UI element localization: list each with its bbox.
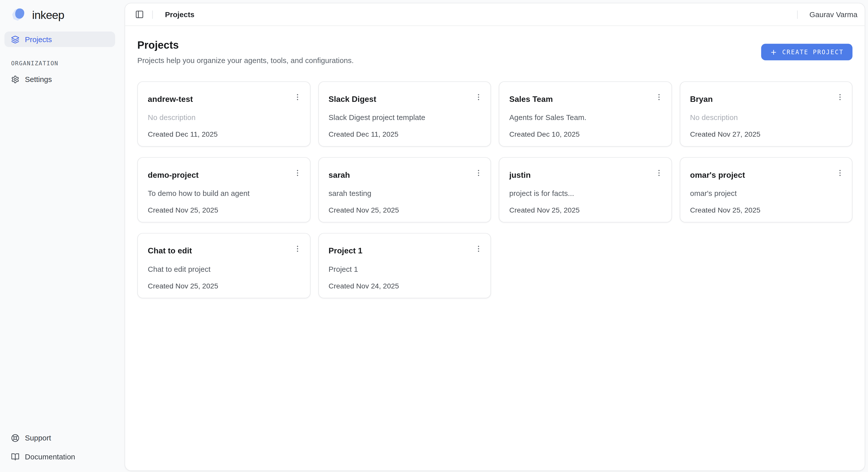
project-card-description: Slack Digest project template bbox=[329, 114, 468, 122]
project-card-menu-button[interactable] bbox=[832, 165, 847, 180]
projects-grid: andrew-test No description Created Dec 1… bbox=[137, 82, 852, 298]
brand-logo: inkeep bbox=[4, 8, 115, 22]
project-card-description: Agents for Sales Team. bbox=[509, 114, 649, 122]
project-card-created: Created Nov 25, 2025 bbox=[148, 207, 287, 214]
kebab-menu-icon bbox=[293, 93, 302, 101]
kebab-menu-icon bbox=[655, 168, 663, 177]
kebab-menu-icon bbox=[836, 168, 844, 177]
kebab-menu-icon bbox=[293, 168, 302, 177]
sidebar-item-projects[interactable]: Projects bbox=[4, 32, 115, 47]
sidebar-footer: Support Documentation bbox=[4, 430, 115, 467]
project-card[interactable]: Bryan No description Created Nov 27, 202… bbox=[679, 82, 852, 147]
project-card[interactable]: Project 1 Project 1 Created Nov 24, 2025 bbox=[318, 233, 491, 298]
kebab-menu-icon bbox=[474, 168, 483, 177]
project-card-description: project is for facts... bbox=[509, 189, 649, 198]
page-header: Projects Projects help you organize your… bbox=[137, 39, 852, 65]
page-content: Projects Projects help you organize your… bbox=[125, 26, 865, 471]
project-card-title: Chat to edit bbox=[148, 246, 287, 256]
project-card-description: No description bbox=[148, 114, 287, 122]
layers-icon bbox=[11, 35, 20, 43]
sidebar-item-label: Support bbox=[25, 434, 51, 442]
kebab-menu-icon bbox=[293, 244, 302, 253]
sidebar: inkeep Projects ORGANIZATION bbox=[0, 0, 123, 472]
project-card[interactable]: Chat to edit Chat to edit project Create… bbox=[137, 233, 310, 298]
sidebar-toggle-button[interactable] bbox=[132, 7, 147, 22]
sidebar-item-documentation[interactable]: Documentation bbox=[4, 449, 115, 464]
sidebar-item-label: Documentation bbox=[25, 452, 75, 461]
project-card-menu-button[interactable] bbox=[290, 90, 305, 104]
project-card-created: Created Nov 25, 2025 bbox=[329, 207, 468, 214]
create-project-label: CREATE PROJECT bbox=[782, 49, 843, 56]
project-card[interactable]: Sales Team Agents for Sales Team. Create… bbox=[499, 82, 672, 147]
project-card-title: Slack Digest bbox=[329, 94, 468, 104]
project-card-created: Created Nov 24, 2025 bbox=[329, 282, 468, 290]
project-card-description: Chat to edit project bbox=[148, 265, 287, 274]
project-card-description: No description bbox=[690, 114, 830, 122]
project-card-description: Project 1 bbox=[329, 265, 468, 274]
project-card-menu-button[interactable] bbox=[290, 241, 305, 256]
plus-icon bbox=[770, 49, 777, 56]
project-card[interactable]: demo-project To demo how to build an age… bbox=[137, 157, 310, 222]
project-card-description: omar's project bbox=[690, 189, 830, 198]
project-card-title: Sales Team bbox=[509, 94, 649, 104]
kebab-menu-icon bbox=[474, 93, 483, 101]
project-card[interactable]: andrew-test No description Created Dec 1… bbox=[137, 82, 310, 147]
page-title: Projects bbox=[137, 39, 353, 52]
project-card-description: sarah testing bbox=[329, 189, 468, 198]
project-card-title: Bryan bbox=[690, 94, 830, 104]
breadcrumb: Projects bbox=[165, 10, 194, 19]
project-card[interactable]: Slack Digest Slack Digest project templa… bbox=[318, 82, 491, 147]
kebab-menu-icon bbox=[474, 244, 483, 253]
panel-left-icon bbox=[135, 10, 144, 19]
project-card-created: Created Nov 25, 2025 bbox=[509, 207, 649, 214]
project-card-menu-button[interactable] bbox=[471, 165, 486, 180]
sidebar-item-label: Settings bbox=[25, 75, 52, 83]
project-card[interactable]: sarah sarah testing Created Nov 25, 2025 bbox=[318, 157, 491, 222]
main-panel: Projects Gaurav Varma Projects Projects … bbox=[125, 3, 865, 471]
project-card-menu-button[interactable] bbox=[832, 90, 847, 104]
project-card-menu-button[interactable] bbox=[290, 165, 305, 180]
book-open-icon bbox=[11, 452, 20, 461]
page-subtitle: Projects help you organize your agents, … bbox=[137, 57, 353, 65]
project-card-menu-button[interactable] bbox=[652, 90, 666, 104]
project-card-created: Created Nov 27, 2025 bbox=[690, 131, 830, 138]
project-card-menu-button[interactable] bbox=[471, 241, 486, 256]
sidebar-item-settings[interactable]: Settings bbox=[4, 71, 115, 87]
gear-icon bbox=[11, 75, 20, 83]
topbar-divider bbox=[152, 10, 153, 19]
sidebar-item-label: Projects bbox=[25, 35, 52, 43]
inkeep-logo-icon bbox=[11, 8, 28, 22]
project-card-title: sarah bbox=[329, 170, 468, 180]
kebab-menu-icon bbox=[655, 93, 663, 101]
project-card[interactable]: omar's project omar's project Created No… bbox=[679, 157, 852, 222]
project-card-created: Created Nov 25, 2025 bbox=[690, 207, 830, 214]
project-card-created: Created Dec 11, 2025 bbox=[329, 131, 468, 138]
kebab-menu-icon bbox=[836, 93, 844, 101]
user-menu[interactable]: Gaurav Varma bbox=[809, 10, 858, 19]
app-shell: inkeep Projects ORGANIZATION bbox=[0, 0, 868, 472]
project-card-created: Created Dec 11, 2025 bbox=[148, 131, 287, 138]
life-buoy-icon bbox=[11, 434, 20, 442]
project-card[interactable]: justin project is for facts... Created N… bbox=[499, 157, 672, 222]
brand-name: inkeep bbox=[32, 8, 64, 22]
project-card-title: andrew-test bbox=[148, 94, 287, 104]
project-card-created: Created Nov 25, 2025 bbox=[148, 282, 287, 290]
project-card-title: omar's project bbox=[690, 170, 830, 180]
project-card-menu-button[interactable] bbox=[652, 165, 666, 180]
sidebar-item-support[interactable]: Support bbox=[4, 430, 115, 445]
create-project-button[interactable]: CREATE PROJECT bbox=[761, 43, 852, 60]
top-bar: Projects Gaurav Varma bbox=[125, 3, 865, 26]
project-card-created: Created Dec 10, 2025 bbox=[509, 131, 649, 138]
project-card-menu-button[interactable] bbox=[471, 90, 486, 104]
sidebar-section-label: ORGANIZATION bbox=[11, 60, 115, 66]
topbar-divider bbox=[797, 10, 798, 19]
project-card-title: demo-project bbox=[148, 170, 287, 180]
project-card-title: Project 1 bbox=[329, 246, 468, 256]
project-card-description: To demo how to build an agent bbox=[148, 189, 287, 198]
project-card-title: justin bbox=[509, 170, 649, 180]
